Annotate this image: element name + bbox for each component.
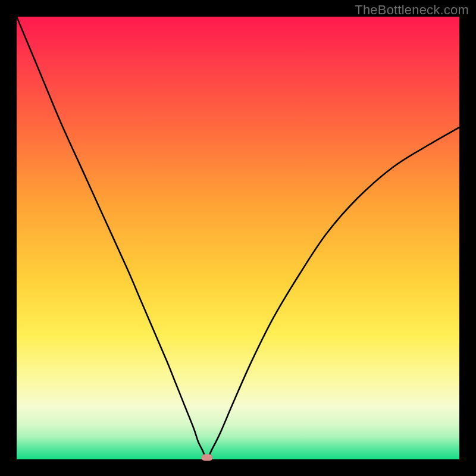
chart-frame: TheBottleneck.com: [0, 0, 476, 476]
plot-area: [17, 17, 459, 459]
watermark-text: TheBottleneck.com: [355, 2, 469, 18]
minimum-marker: [202, 455, 212, 461]
bottleneck-curve: [17, 17, 459, 459]
